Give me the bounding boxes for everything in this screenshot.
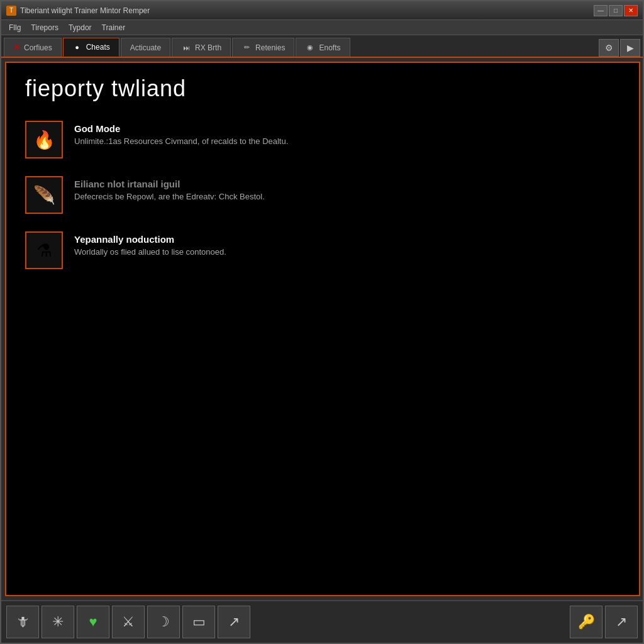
bottom-btn-5[interactable]: ☽	[147, 606, 180, 638]
tab-cheats-label: Cheats	[86, 43, 110, 52]
key-icon: 🔑	[578, 614, 595, 630]
cheat-icon-god-mode: 🔥	[25, 121, 63, 158]
minimize-button[interactable]: —	[594, 5, 608, 16]
tab-rx-birth[interactable]: ⏭ RX Brth	[172, 38, 231, 57]
tab-activate-label: Acticuate	[130, 43, 161, 52]
window-controls: — □ ✕	[594, 5, 638, 16]
god-mode-icon-glyph: 🔥	[33, 130, 55, 150]
tab-retenies-label: Retenies	[255, 43, 285, 52]
cheat-icon-eilianc: 🪶	[25, 176, 63, 214]
window-title: Tiberiant wilight Trainer Mintor Remper	[20, 6, 594, 15]
scroll-area[interactable]: fieporty twliand 🔥 God Mode Unlimite.:1a…	[6, 63, 639, 595]
cheat-desc-god-mode: Unlimite.:1as Resources Civmand, of reca…	[74, 136, 288, 146]
bottom-right-btn-1[interactable]: 🔑	[570, 606, 602, 638]
cheat-info-yepannally: Yepannally noductiom Worldally os flied …	[74, 231, 226, 257]
rectangle-icon: ▭	[192, 614, 206, 630]
cross-swords-icon: ⚔	[122, 614, 135, 630]
arrow-icon: ↗	[228, 614, 240, 630]
tab-retenies[interactable]: ✏ Retenies	[232, 38, 294, 57]
bottom-toolbar: 🗡 ✳ ♥ ⚔ ☽ ▭ ↗ 🔑 ↗	[1, 600, 643, 643]
cheat-icon-yepannally: ⚗	[25, 231, 63, 269]
bottom-btn-6[interactable]: ▭	[182, 606, 215, 638]
forward-button[interactable]: ▶	[620, 39, 640, 57]
menu-type[interactable]: Typdor	[64, 22, 97, 33]
eilianc-icon-glyph: 🪶	[33, 185, 55, 206]
tabbar: ✕ Corfiues ● Cheats Acticuate ⏭ RX Brth …	[1, 35, 643, 58]
moon-icon: ☽	[157, 614, 170, 630]
menubar: Fllg Tirepors Typdor Trainer	[1, 20, 643, 35]
menu-file[interactable]: Fllg	[4, 22, 26, 33]
bottom-btn-3[interactable]: ♥	[77, 606, 109, 638]
bottom-btn-4[interactable]: ⚔	[112, 606, 145, 638]
cheat-name-eilianc: Eilianc nlot irtanail iguil	[74, 179, 265, 189]
tab-rx-birth-label: RX Brth	[195, 43, 221, 52]
panel-title: fieporty twliand	[25, 75, 620, 102]
cheat-info-god-mode: God Mode Unlimite.:1as Resources Civmand…	[74, 121, 288, 146]
cheat-name-yepannally: Yepannally noductiom	[74, 234, 226, 245]
asterisk-icon: ✳	[52, 614, 64, 630]
bottom-btn-1[interactable]: 🗡	[6, 606, 39, 638]
tab-cheats-icon: ●	[72, 42, 82, 52]
tab-configure-label: Corfiues	[24, 43, 52, 52]
tab-rx-birth-icon: ⏭	[181, 43, 191, 53]
cheat-item-yepannally: ⚗ Yepannally noductiom Worldally os flie…	[25, 231, 620, 269]
tab-enofts-icon: ◉	[305, 43, 315, 53]
tab-configure-icon: ✕	[13, 43, 20, 52]
cheat-item-eilianc: 🪶 Eilianc nlot irtanail iguil Defecrecis…	[25, 176, 620, 214]
sword-icon: 🗡	[16, 614, 30, 630]
arrow-up-right-icon: ↗	[616, 614, 627, 630]
menu-trainer[interactable]: Trainer	[97, 22, 131, 33]
tab-enofts[interactable]: ◉ Enofts	[296, 38, 350, 57]
cheat-name-god-mode: God Mode	[74, 123, 288, 134]
titlebar: T Tiberiant wilight Trainer Mintor Rempe…	[1, 1, 643, 20]
yepannally-icon-glyph: ⚗	[36, 240, 52, 261]
app-icon: T	[6, 6, 16, 16]
cheat-info-eilianc: Eilianc nlot irtanail iguil Defecrecis b…	[74, 176, 265, 201]
settings-button[interactable]: ⚙	[599, 39, 619, 57]
tab-cheats[interactable]: ● Cheats	[63, 38, 119, 57]
maximize-button[interactable]: □	[609, 5, 623, 16]
menu-trainers[interactable]: Tirepors	[26, 22, 64, 33]
tab-activate[interactable]: Acticuate	[121, 38, 170, 57]
main-window: T Tiberiant wilight Trainer Mintor Rempe…	[0, 0, 644, 644]
tab-configure[interactable]: ✕ Corfiues	[4, 38, 62, 57]
bottom-btn-7[interactable]: ↗	[218, 606, 250, 638]
cheat-item-god-mode: 🔥 God Mode Unlimite.:1as Resources Civma…	[25, 121, 620, 158]
cheat-desc-eilianc: Defecrecis be Repowl, are the Edreatv: C…	[74, 192, 265, 201]
cheat-desc-yepannally: Worldally os flied allued to lise conton…	[74, 247, 226, 257]
tab-enofts-label: Enofts	[319, 43, 340, 52]
main-panel: fieporty twliand 🔥 God Mode Unlimite.:1a…	[5, 62, 640, 596]
heart-icon: ♥	[89, 614, 97, 630]
bottom-btn-2[interactable]: ✳	[42, 606, 74, 638]
close-button[interactable]: ✕	[624, 5, 638, 16]
bottom-right-btn-2[interactable]: ↗	[605, 606, 638, 638]
tab-retenies-icon: ✏	[242, 43, 252, 53]
content-area: fieporty twliand 🔥 God Mode Unlimite.:1a…	[1, 58, 643, 600]
